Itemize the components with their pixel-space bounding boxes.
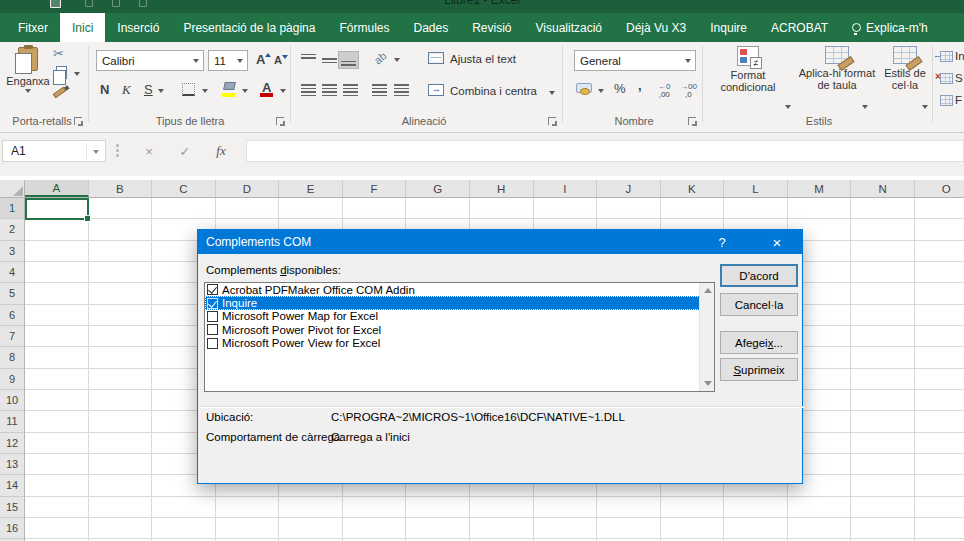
column-header-G[interactable]: G <box>406 180 470 197</box>
insert-cells-icon[interactable] <box>940 51 953 62</box>
align-center-icon[interactable] <box>322 84 337 96</box>
tab-fitxer[interactable]: Fitxer <box>6 13 60 42</box>
percent-style-button[interactable]: % <box>614 81 626 96</box>
checkbox-checked-icon[interactable] <box>207 284 218 295</box>
column-header-K[interactable]: K <box>661 180 725 197</box>
checkbox-unchecked-icon[interactable] <box>207 311 218 322</box>
tab-revisio[interactable]: Revisió <box>460 13 523 42</box>
delete-cells-label[interactable]: S <box>955 72 963 84</box>
row-header-4[interactable]: 4 <box>0 262 24 283</box>
list-item-power-map[interactable]: Microsoft Power Map for Excel <box>205 310 714 323</box>
checkbox-unchecked-icon[interactable] <box>207 338 218 349</box>
number-dialog-launcher-icon[interactable] <box>688 117 696 125</box>
wrap-text-label[interactable]: Ajusta el text <box>450 53 516 65</box>
formula-input[interactable] <box>246 140 964 162</box>
merge-center-label[interactable]: Combina i centra <box>450 85 537 97</box>
namebox-dropdown-icon[interactable] <box>93 150 99 154</box>
font-name-combo[interactable]: Calibri <box>96 50 204 71</box>
list-item-acrobat[interactable]: Acrobat PDFMaker Office COM Addin <box>205 283 714 296</box>
insert-cells-label[interactable]: In <box>955 50 964 62</box>
tab-insercio[interactable]: Inserció <box>105 13 171 42</box>
decrease-decimal-icon[interactable]: →00,0 <box>680 83 697 99</box>
font-color-dropdown-icon[interactable] <box>280 89 286 93</box>
borders-dropdown-icon[interactable] <box>202 89 208 93</box>
format-painter-icon[interactable] <box>53 87 67 99</box>
cancel-button[interactable]: Cancel·la <box>720 293 798 316</box>
paste-button[interactable]: Enganxa <box>6 47 50 109</box>
scroll-down-icon[interactable] <box>704 381 712 386</box>
row-header-2[interactable]: 2 <box>0 219 24 240</box>
format-cells-label[interactable]: F <box>955 94 962 106</box>
cell-styles-button[interactable]: Estils de cel·la <box>878 46 932 112</box>
name-box[interactable]: A1 <box>2 140 106 162</box>
checkbox-unchecked-icon[interactable] <box>207 324 218 335</box>
ok-button[interactable]: D'acord <box>720 264 798 287</box>
align-right-icon[interactable] <box>343 84 358 96</box>
comma-style-button[interactable]: , <box>638 78 642 93</box>
dialog-help-button[interactable]: ? <box>705 230 739 254</box>
tab-inici[interactable]: Inici <box>60 13 105 42</box>
row-header-10[interactable]: 10 <box>0 390 24 411</box>
cut-icon[interactable]: ✂ <box>53 46 64 61</box>
column-header-A[interactable]: A <box>25 180 89 197</box>
scroll-up-icon[interactable] <box>704 288 712 293</box>
column-header-E[interactable]: E <box>279 180 343 197</box>
column-header-N[interactable]: N <box>851 180 915 197</box>
insert-function-icon[interactable]: fx <box>208 140 234 162</box>
shrink-font-button[interactable]: A <box>274 54 282 66</box>
checkbox-checked-icon[interactable] <box>207 298 218 309</box>
conditional-formatting-button[interactable]: Format condicional <box>706 46 790 112</box>
format-cells-icon[interactable] <box>940 95 953 106</box>
column-header-O[interactable]: O <box>915 180 964 197</box>
select-all-corner[interactable] <box>0 180 25 198</box>
italic-button[interactable]: K <box>122 82 131 98</box>
row-header-15[interactable]: 15 <box>0 497 24 518</box>
enter-entry-icon[interactable]: ✓ <box>172 140 198 162</box>
alignment-dialog-launcher-icon[interactable] <box>548 117 556 125</box>
merge-center-icon[interactable] <box>428 84 444 96</box>
column-header-C[interactable]: C <box>152 180 216 197</box>
orientation-icon[interactable]: ab <box>372 49 389 66</box>
align-middle-icon[interactable] <box>322 54 337 66</box>
row-header-16[interactable]: 16 <box>0 518 24 539</box>
align-bottom-icon[interactable] <box>341 54 356 66</box>
column-header-B[interactable]: B <box>89 180 153 197</box>
format-as-table-button[interactable]: Aplica-hi format de taula <box>790 46 884 112</box>
increase-decimal-icon[interactable]: ←0,00 <box>658 83 670 99</box>
merge-dropdown-icon[interactable] <box>549 91 555 95</box>
fill-color-dropdown-icon[interactable] <box>242 89 248 93</box>
row-header-8[interactable]: 8 <box>0 347 24 368</box>
tab-dejavu[interactable]: Déjà Vu X3 <box>614 13 698 42</box>
row-header-7[interactable]: 7 <box>0 326 24 347</box>
underline-button[interactable]: S <box>144 82 153 97</box>
clipboard-dialog-launcher-icon[interactable] <box>74 117 82 125</box>
tab-acrobat[interactable]: ACROBAT <box>759 13 840 42</box>
copy-icon[interactable] <box>56 66 67 79</box>
row-header-14[interactable]: 14 <box>0 475 24 496</box>
column-header-F[interactable]: F <box>343 180 407 197</box>
row-header-3[interactable]: 3 <box>0 241 24 262</box>
list-item-inquire[interactable]: Inquire <box>205 296 714 309</box>
currency-icon[interactable] <box>576 83 592 93</box>
bold-button[interactable]: N <box>100 82 109 97</box>
number-format-combo[interactable]: General <box>574 50 696 71</box>
list-item-power-pivot[interactable]: Microsoft Power Pivot for Excel <box>205 323 714 336</box>
row-header-1[interactable]: 1 <box>0 198 24 219</box>
column-header-L[interactable]: L <box>724 180 788 197</box>
fill-color-icon[interactable] <box>223 82 236 90</box>
grow-font-button[interactable]: A <box>256 52 265 67</box>
font-dialog-launcher-icon[interactable] <box>276 117 284 125</box>
increase-indent-icon[interactable] <box>394 84 409 96</box>
column-header-D[interactable]: D <box>216 180 280 197</box>
currency-dropdown-icon[interactable] <box>598 89 604 93</box>
addins-listbox[interactable]: Acrobat PDFMaker Office COM Addin Inquir… <box>204 282 715 392</box>
column-header-I[interactable]: I <box>534 180 598 197</box>
row-header-12[interactable]: 12 <box>0 433 24 454</box>
list-item-power-view[interactable]: Microsoft Power View for Excel <box>205 337 714 350</box>
tab-dades[interactable]: Dades <box>401 13 460 42</box>
row-header-6[interactable]: 6 <box>0 305 24 326</box>
dialog-close-button[interactable]: × <box>760 230 794 254</box>
tab-tell-me[interactable]: Explica-m'h <box>840 13 940 42</box>
active-cell-a1[interactable] <box>25 198 89 220</box>
orientation-dropdown-icon[interactable] <box>394 58 400 62</box>
